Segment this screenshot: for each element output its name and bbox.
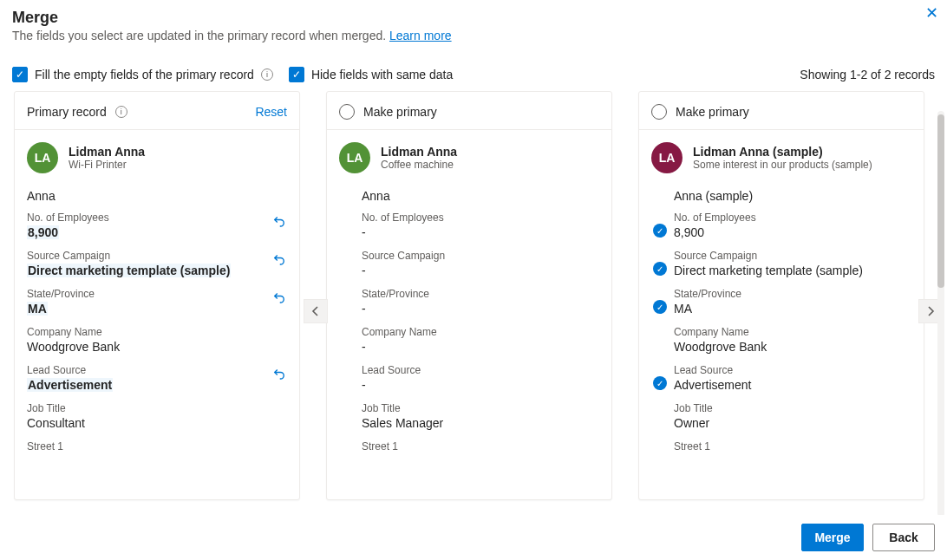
field-company[interactable]: Company Name - (362, 326, 599, 354)
topic-value: Anna (27, 189, 287, 203)
field-source-campaign[interactable]: ✓ Source Campaign Direct marketing templ… (674, 250, 911, 277)
field-label: Lead Source (27, 364, 287, 376)
field-value: - (362, 264, 366, 277)
field-label: No. of Employees (362, 212, 599, 224)
back-button[interactable]: Back (872, 524, 935, 551)
field-value: Consultant (27, 416, 85, 430)
field-label: No. of Employees (674, 212, 911, 224)
field-company[interactable]: Company Name Woodgrove Bank (674, 326, 911, 354)
record-name: Lidman Anna (69, 145, 145, 159)
field-value: MA (674, 302, 692, 316)
field-label: State/Province (27, 288, 287, 300)
field-label: Company Name (362, 326, 599, 338)
field-value: - (362, 378, 366, 392)
field-no-employees[interactable]: No. of Employees 8,900 (27, 212, 287, 239)
field-value: - (362, 302, 366, 316)
field-label: Street 1 (362, 440, 599, 453)
field-lead-source[interactable]: Lead Source Advertisement (27, 364, 287, 392)
field-job-title[interactable]: Job Title Sales Manager (362, 402, 599, 430)
field-value: Advertisement (674, 378, 751, 392)
make-primary-radio[interactable] (339, 104, 355, 120)
record-subtitle: Some interest in our products (sample) (693, 159, 872, 171)
field-company[interactable]: Company Name Woodgrove Bank (27, 326, 287, 354)
record-name: Lidman Anna (381, 145, 457, 159)
field-value: Woodgrove Bank (674, 340, 767, 354)
chevron-right-icon (925, 306, 936, 316)
field-value: Woodgrove Bank (27, 340, 120, 354)
field-value: Sales Manager (362, 416, 443, 430)
field-lead-source[interactable]: Lead Source - (362, 364, 599, 392)
make-primary-radio[interactable] (651, 104, 667, 120)
undo-icon[interactable] (271, 213, 287, 229)
field-label: Lead Source (362, 364, 599, 376)
record-subtitle: Coffee machine (381, 159, 457, 171)
close-icon[interactable]: ✕ (925, 5, 938, 21)
field-label: State/Province (362, 288, 599, 300)
info-icon[interactable]: i (115, 106, 127, 118)
field-label: Street 1 (674, 440, 911, 453)
undo-icon[interactable] (271, 366, 287, 381)
chevron-left-icon (310, 306, 321, 316)
make-primary-label: Make primary (676, 105, 749, 119)
field-value: MA (27, 302, 48, 316)
field-street1[interactable]: Street 1 (362, 440, 599, 453)
field-value: Owner (674, 416, 709, 430)
info-icon[interactable]: i (261, 68, 273, 81)
field-label: Source Campaign (362, 250, 599, 262)
field-no-employees[interactable]: No. of Employees - (362, 212, 599, 239)
field-label: Street 1 (27, 440, 287, 453)
subtitle-text: The fields you select are updated in the… (12, 29, 389, 42)
field-job-title[interactable]: Job Title Owner (674, 402, 911, 430)
topic-value: Anna (362, 189, 599, 203)
learn-more-link[interactable]: Learn more (389, 29, 452, 42)
field-label: Company Name (674, 326, 911, 338)
field-source-campaign[interactable]: Source Campaign Direct marketing templat… (27, 250, 287, 277)
field-label: Source Campaign (27, 250, 287, 262)
field-state[interactable]: State/Province MA (27, 288, 287, 316)
field-street1[interactable]: Street 1 (674, 440, 911, 453)
field-state[interactable]: ✓ State/Province MA (674, 288, 911, 316)
reset-link[interactable]: Reset (255, 105, 287, 119)
selected-check-icon: ✓ (653, 300, 667, 314)
fill-empty-checkbox[interactable]: ✓ (12, 67, 28, 82)
field-value: Direct marketing template (sample) (674, 264, 863, 277)
hide-same-checkbox[interactable]: ✓ (289, 67, 304, 82)
carousel-prev-button[interactable] (304, 299, 328, 323)
field-street1[interactable]: Street 1 (27, 440, 287, 453)
dialog-title: Merge (12, 9, 935, 27)
undo-icon[interactable] (271, 251, 287, 267)
field-value: 8,900 (674, 225, 704, 239)
avatar: LA (339, 142, 370, 173)
showing-count: Showing 1-2 of 2 records (800, 68, 935, 81)
selected-check-icon: ✓ (653, 224, 667, 238)
selected-check-icon: ✓ (653, 262, 667, 276)
field-label: Job Title (674, 402, 911, 414)
selected-check-icon: ✓ (653, 376, 667, 390)
field-value: 8,900 (27, 225, 59, 239)
record-card: Make primary LA Lidman Anna Coffee machi… (326, 91, 612, 500)
vertical-scrollbar[interactable] (937, 111, 944, 517)
field-no-employees[interactable]: ✓ No. of Employees 8,900 (674, 212, 911, 239)
field-value: - (362, 225, 366, 239)
field-lead-source[interactable]: ✓ Lead Source Advertisement (674, 364, 911, 392)
undo-icon[interactable] (271, 290, 287, 305)
field-job-title[interactable]: Job Title Consultant (27, 402, 287, 430)
field-label: Company Name (27, 326, 287, 338)
avatar: LA (27, 142, 58, 173)
merge-button[interactable]: Merge (801, 524, 864, 551)
topic-value: Anna (sample) (674, 189, 911, 203)
dialog-subtitle: The fields you select are updated in the… (12, 29, 935, 42)
field-value: Direct marketing template (sample) (27, 264, 231, 277)
field-label: Lead Source (674, 364, 911, 376)
field-state[interactable]: State/Province - (362, 288, 599, 316)
field-source-campaign[interactable]: Source Campaign - (362, 250, 599, 277)
avatar: LA (651, 142, 682, 173)
record-name: Lidman Anna (sample) (693, 145, 872, 159)
field-label: Job Title (27, 402, 287, 414)
make-primary-label: Make primary (363, 105, 437, 119)
record-subtitle: Wi-Fi Printer (69, 159, 145, 171)
record-card-primary: Primary record i Reset LA Lidman Anna Wi… (14, 91, 300, 500)
scrollbar-thumb[interactable] (937, 114, 944, 288)
record-card: Make primary LA Lidman Anna (sample) Som… (638, 91, 924, 500)
field-value: - (362, 340, 366, 354)
